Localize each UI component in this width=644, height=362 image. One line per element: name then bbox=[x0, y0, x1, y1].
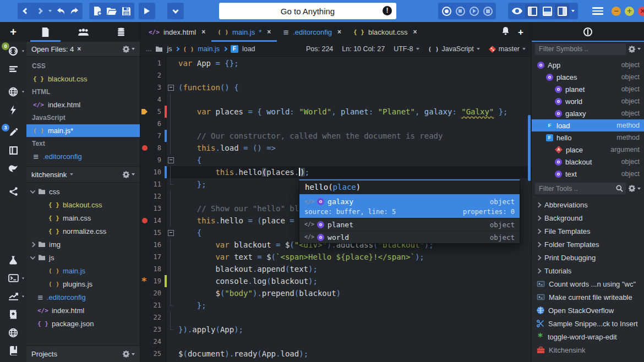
close-all-icon[interactable]: × bbox=[77, 45, 81, 53]
macro-play-button[interactable] bbox=[467, 4, 481, 18]
breakpoint-marker[interactable] bbox=[140, 142, 149, 154]
chevron-right-icon[interactable] bbox=[30, 242, 36, 247]
code-line[interactable]: 23}).apply(App); bbox=[140, 323, 531, 336]
open-file-button[interactable] bbox=[105, 4, 119, 18]
fold-toggle[interactable] bbox=[167, 81, 174, 94]
editor-tab-blackout-css[interactable]: { }blackout.css× bbox=[347, 22, 423, 42]
close-tab-icon[interactable]: × bbox=[201, 28, 205, 36]
project-file-row[interactable]: ( )plugins.js bbox=[26, 277, 140, 290]
chevron-right-icon[interactable] bbox=[536, 202, 542, 207]
project-file-row[interactable]: ( )main.js bbox=[26, 264, 140, 277]
completion-item[interactable]: </>ogalaxyobjectsource: buffer, line: 5p… bbox=[299, 194, 520, 218]
editor-code-area[interactable]: 1var App = {};23(function() {45 var plac… bbox=[140, 57, 531, 362]
code-line[interactable]: 18 blackout.append(text); bbox=[140, 263, 531, 275]
code-line[interactable]: 6 bbox=[140, 118, 531, 130]
left-pane-toggle[interactable] bbox=[525, 4, 539, 18]
project-file-row[interactable]: </>index.html bbox=[26, 304, 140, 317]
packages-button[interactable] bbox=[0, 305, 26, 323]
project-file-row[interactable]: { }normalize.css bbox=[26, 224, 140, 238]
fold-toggle[interactable] bbox=[167, 154, 174, 166]
undo-button[interactable] bbox=[54, 4, 67, 18]
forward-button[interactable] bbox=[33, 4, 46, 18]
publish-button[interactable] bbox=[0, 160, 26, 178]
project-file-row[interactable]: { }blackout.css bbox=[26, 198, 140, 211]
code-line[interactable]: 9 { bbox=[140, 154, 531, 166]
goto-info-icon[interactable]: ! bbox=[383, 6, 392, 15]
breadcrumb-ellipsis[interactable]: ... bbox=[146, 45, 151, 53]
redo-button[interactable] bbox=[68, 4, 81, 18]
macro-stop-button[interactable] bbox=[454, 4, 467, 18]
symbol-row[interactable]: oplacesobject bbox=[532, 71, 644, 83]
source-control-button[interactable]: 0 bbox=[0, 42, 26, 60]
nav-history-dropdown[interactable] bbox=[47, 4, 53, 18]
window-minimize-button[interactable]: − bbox=[612, 7, 621, 16]
tool-item[interactable]: Kitchensink bbox=[532, 343, 644, 356]
tool-item[interactable]: Folder Templates bbox=[532, 238, 644, 251]
code-line[interactable]: 22 bbox=[140, 311, 531, 323]
tool-item[interactable]: Print Debugging bbox=[532, 251, 644, 264]
code-line[interactable]: 20 $("body").prepend(blackout) bbox=[140, 287, 531, 299]
status-language[interactable]: ( )JavaScript bbox=[428, 45, 480, 53]
files-tab[interactable] bbox=[26, 22, 64, 42]
fold-toggle[interactable] bbox=[167, 227, 174, 239]
tool-item[interactable]: Tutorials bbox=[532, 264, 644, 277]
goto-anything-input[interactable] bbox=[219, 3, 396, 19]
symbol-row[interactable]: otextobject bbox=[532, 168, 644, 180]
share-button[interactable] bbox=[0, 182, 26, 200]
run-command-button[interactable] bbox=[140, 4, 154, 18]
code-line[interactable]: 24 bbox=[140, 336, 531, 348]
tab-list-icon[interactable] bbox=[501, 27, 510, 37]
new-editor-tab-button[interactable]: + bbox=[518, 28, 523, 37]
save-button[interactable] bbox=[119, 4, 133, 18]
collaboration-tab[interactable] bbox=[64, 22, 102, 42]
tool-item[interactable]: Open StackOverflow bbox=[532, 304, 644, 317]
code-line[interactable]: 1var App = {}; bbox=[140, 57, 531, 69]
preview-button[interactable] bbox=[510, 4, 525, 18]
symbol-row[interactable]: ogalaxyobject bbox=[532, 107, 644, 119]
close-tab-icon[interactable]: × bbox=[337, 28, 341, 36]
symbol-browser-tab[interactable] bbox=[532, 22, 644, 42]
projects-footer[interactable]: Projects bbox=[26, 345, 140, 362]
terminal-button[interactable] bbox=[0, 269, 26, 287]
tool-item[interactable]: Sample Snippe...ck to Insert bbox=[532, 317, 644, 330]
breadcrumb-symbol[interactable]: load bbox=[242, 45, 255, 53]
project-file-row[interactable]: { }main.css bbox=[26, 211, 140, 224]
bookmark-marker[interactable] bbox=[140, 106, 149, 118]
breakpoint-marker[interactable] bbox=[140, 215, 149, 227]
right-pane-toggle[interactable] bbox=[555, 4, 569, 18]
profiler-button[interactable] bbox=[0, 287, 26, 305]
tools-settings[interactable] bbox=[629, 185, 641, 192]
code-line[interactable]: 4 bbox=[140, 94, 531, 106]
code-line[interactable]: 3(function() { bbox=[140, 81, 531, 94]
close-tab-icon[interactable]: × bbox=[267, 28, 271, 36]
documentation-button[interactable] bbox=[0, 342, 26, 360]
databases-tab[interactable] bbox=[102, 22, 140, 42]
web-services-button[interactable] bbox=[0, 323, 26, 342]
project-header[interactable]: kitchensink bbox=[26, 166, 140, 183]
status-encoding[interactable]: UTF-8 bbox=[394, 45, 419, 53]
toolbar-overflow-dropdown[interactable] bbox=[169, 4, 182, 18]
tool-item[interactable]: File Templates bbox=[532, 224, 644, 238]
star-marker[interactable] bbox=[140, 275, 149, 287]
code-line[interactable]: 19 console.log(blackout); bbox=[140, 275, 531, 287]
symbol-row[interactable]: oworldobject bbox=[532, 95, 644, 107]
symbol-row[interactable]: oAppobject bbox=[532, 59, 644, 71]
symbol-row[interactable]: Fhellomethod bbox=[532, 131, 644, 144]
editor-tab--editorconfig[interactable]: ≡.editorconfig× bbox=[277, 22, 347, 42]
project-settings[interactable] bbox=[123, 171, 135, 178]
code-line[interactable]: 17 var text = $(`<span>Hello ${place}!</… bbox=[140, 251, 531, 263]
code-line[interactable]: 25$(document).ready(App.load); bbox=[140, 348, 531, 360]
code-line[interactable]: 8 this.load = () => bbox=[140, 142, 531, 154]
close-tab-icon[interactable]: × bbox=[413, 28, 417, 36]
chevron-right-icon[interactable] bbox=[536, 255, 542, 260]
filter-tools-input[interactable] bbox=[535, 183, 626, 194]
editor-scrollbar-thumb[interactable] bbox=[528, 115, 531, 181]
back-button[interactable] bbox=[19, 4, 32, 18]
projects-settings[interactable] bbox=[123, 350, 135, 358]
code-line[interactable]: 2 bbox=[140, 69, 531, 81]
project-folder-row[interactable]: img bbox=[26, 238, 140, 251]
project-folder-row[interactable]: js bbox=[26, 251, 140, 264]
syntax-check-button[interactable]: 3 bbox=[0, 123, 26, 141]
symbol-row[interactable]: oblackoutobject bbox=[532, 156, 644, 168]
status-scc-branch[interactable]: master bbox=[489, 45, 526, 53]
